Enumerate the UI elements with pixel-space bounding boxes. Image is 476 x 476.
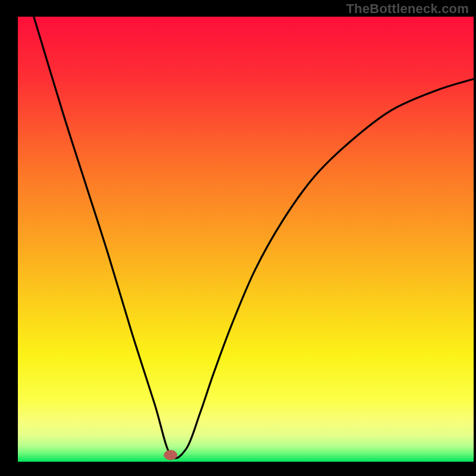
chart-frame: TheBottleneck.com — [0, 0, 476, 476]
plot-background — [18, 17, 474, 462]
watermark-text: TheBottleneck.com — [346, 1, 469, 17]
chart-plot — [0, 0, 476, 476]
minimum-marker — [164, 450, 177, 460]
